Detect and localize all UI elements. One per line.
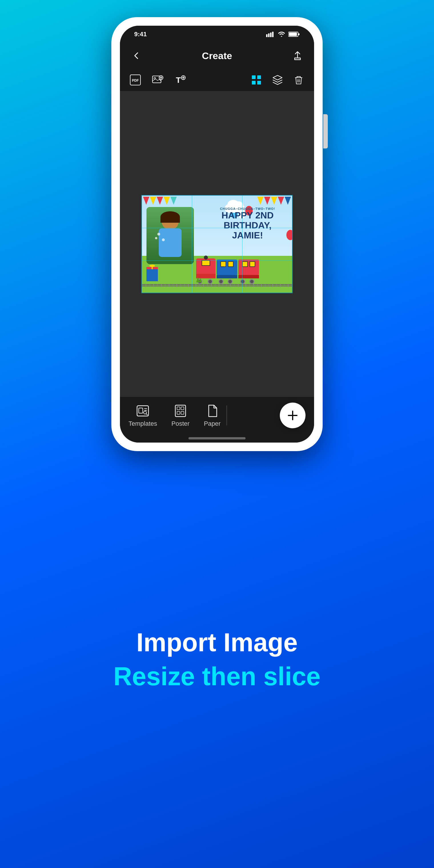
headline-import: Import Image bbox=[136, 628, 298, 657]
train-tracks bbox=[142, 284, 292, 286]
track-tie bbox=[276, 284, 277, 287]
svg-text:T: T bbox=[176, 76, 181, 85]
birthday-text-area: CHUGGA–CHUGGA–TWO–TWO! HAPPY 2ND BIRTHDA… bbox=[208, 207, 287, 241]
svg-rect-30 bbox=[181, 411, 184, 414]
track-tie bbox=[242, 284, 242, 287]
track-tie bbox=[146, 284, 146, 287]
flag-9 bbox=[278, 197, 284, 205]
card-background: CHUGGA–CHUGGA–TWO–TWO! HAPPY 2ND BIRTHDA… bbox=[142, 195, 292, 293]
phone-screen: 9:41 Create bbox=[120, 26, 314, 442]
grass-decoration-2 bbox=[199, 278, 202, 282]
paper-label: Paper bbox=[204, 420, 221, 428]
paper-icon bbox=[205, 403, 220, 418]
svg-rect-16 bbox=[252, 81, 255, 85]
flag-5 bbox=[170, 197, 177, 205]
train-car-1 bbox=[217, 259, 237, 285]
birthday-card[interactable]: CHUGGA–CHUGGA–TWO–TWO! HAPPY 2ND BIRTHDA… bbox=[141, 195, 293, 293]
gift-box-1 bbox=[147, 265, 161, 281]
tab-poster[interactable]: Poster bbox=[171, 403, 190, 428]
bottom-divider bbox=[226, 405, 227, 426]
phone-device: 9:41 Create bbox=[111, 17, 323, 451]
fab-add-button[interactable] bbox=[280, 403, 306, 428]
svg-rect-27 bbox=[177, 407, 180, 410]
page-title: Create bbox=[202, 50, 232, 61]
track-tie bbox=[246, 284, 246, 287]
templates-label: Templates bbox=[128, 420, 157, 428]
svg-rect-1 bbox=[268, 33, 270, 37]
track-tie bbox=[272, 284, 273, 287]
add-image-button[interactable] bbox=[148, 72, 167, 88]
editor-toolbar: PDF T bbox=[120, 68, 314, 91]
track-tie bbox=[161, 284, 161, 287]
share-button[interactable] bbox=[289, 48, 306, 64]
svg-rect-19 bbox=[139, 408, 143, 413]
track-tie bbox=[142, 284, 142, 287]
track-tie bbox=[150, 284, 150, 287]
train-container bbox=[196, 258, 259, 285]
track-tie bbox=[230, 284, 230, 287]
canvas-area[interactable]: CHUGGA–CHUGGA–TWO–TWO! HAPPY 2ND BIRTHDA… bbox=[120, 91, 314, 397]
flag-1 bbox=[143, 197, 149, 205]
home-bar bbox=[188, 437, 246, 439]
track-tie bbox=[195, 284, 196, 287]
track-tie bbox=[265, 284, 265, 287]
svg-text:PDF: PDF bbox=[132, 79, 139, 83]
svg-rect-14 bbox=[252, 75, 255, 79]
templates-icon bbox=[135, 403, 150, 418]
flag-6 bbox=[257, 197, 264, 205]
svg-rect-0 bbox=[266, 34, 268, 37]
flag-10 bbox=[285, 197, 291, 205]
flag-3 bbox=[157, 197, 163, 205]
svg-rect-28 bbox=[181, 407, 184, 410]
track-tie bbox=[288, 284, 288, 287]
poster-label: Poster bbox=[171, 420, 190, 428]
flag-2 bbox=[150, 197, 156, 205]
birthday-greeting: HAPPY 2ND BIRTHDAY, JAMIE! bbox=[208, 211, 287, 241]
back-button[interactable] bbox=[128, 48, 145, 64]
nav-bar: Create bbox=[120, 43, 314, 68]
svg-rect-5 bbox=[289, 33, 297, 36]
track-tie bbox=[153, 284, 154, 287]
track-tie bbox=[173, 284, 173, 287]
pdf-button[interactable]: PDF bbox=[126, 72, 145, 88]
track-tie bbox=[207, 284, 208, 287]
svg-rect-2 bbox=[270, 33, 272, 37]
track-tie bbox=[269, 284, 269, 287]
track-tie bbox=[192, 284, 192, 287]
track-tie bbox=[238, 284, 238, 287]
track-tie bbox=[261, 284, 261, 287]
home-indicator bbox=[120, 434, 314, 442]
gift-boxes bbox=[147, 265, 161, 281]
track-tie bbox=[280, 284, 280, 287]
track-tie bbox=[257, 284, 257, 287]
tab-paper[interactable]: Paper bbox=[204, 403, 221, 428]
svg-rect-3 bbox=[272, 32, 274, 37]
svg-rect-29 bbox=[177, 411, 180, 414]
track-tie bbox=[169, 284, 169, 287]
tab-templates[interactable]: Templates bbox=[128, 403, 157, 428]
track-tie bbox=[211, 284, 211, 287]
track-tie bbox=[234, 284, 235, 287]
flag-4 bbox=[164, 197, 170, 205]
grid-toggle-button[interactable] bbox=[247, 72, 266, 88]
track-tie bbox=[223, 284, 223, 287]
add-text-button[interactable]: T bbox=[170, 72, 190, 88]
svg-rect-6 bbox=[299, 33, 300, 35]
svg-rect-17 bbox=[257, 81, 261, 85]
bottom-text-section: Import Image Resize then slice bbox=[96, 451, 338, 868]
track-tie bbox=[157, 284, 158, 287]
track-tie bbox=[226, 284, 227, 287]
track-tie bbox=[292, 284, 292, 287]
svg-rect-15 bbox=[257, 75, 261, 79]
child-photo bbox=[147, 207, 194, 264]
track-tie bbox=[215, 284, 215, 287]
train-car-2 bbox=[239, 259, 259, 285]
delete-button[interactable] bbox=[289, 72, 308, 88]
layers-button[interactable] bbox=[268, 72, 287, 88]
svg-rect-26 bbox=[175, 405, 186, 416]
track-tie bbox=[199, 284, 200, 287]
track-tie bbox=[177, 284, 177, 287]
track-tie bbox=[219, 284, 219, 287]
track-tie bbox=[165, 284, 165, 287]
track-tie bbox=[284, 284, 284, 287]
